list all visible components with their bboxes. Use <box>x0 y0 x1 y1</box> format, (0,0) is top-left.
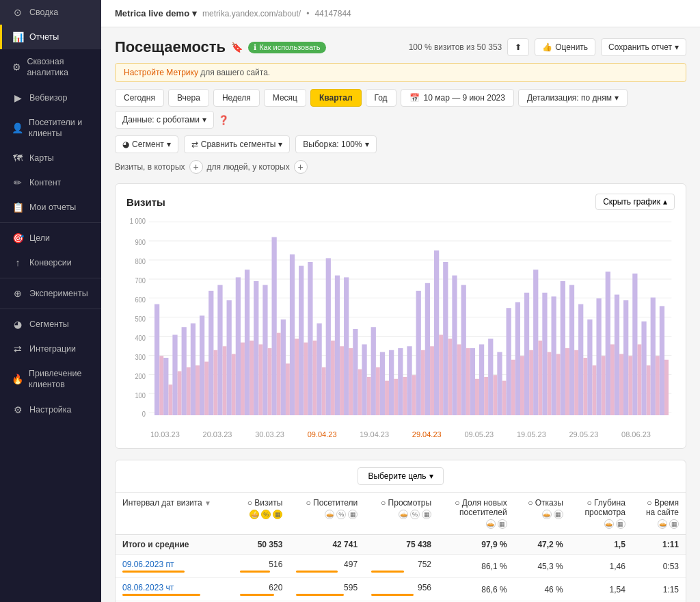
sort-arrow[interactable]: ▼ <box>204 499 211 507</box>
data-select[interactable]: Данные: с роботами ▾ <box>115 111 214 129</box>
chevron-down-icon: ▾ <box>192 8 197 18</box>
topbar: Metrica live demo ▾ metrika.yandex.com/a… <box>101 0 700 27</box>
sidebar-item-moi[interactable]: 📋 Мои отчеты <box>0 195 101 220</box>
myreports-icon: 📋 <box>12 202 24 213</box>
tab-quarter[interactable]: Квартал <box>310 89 362 107</box>
table-row: 08.06.2023 чт 620 595 956 86,6 % 46 % 1,… <box>116 578 686 601</box>
row-time: 0:53 <box>632 555 686 578</box>
sidebar-item-label: Цели <box>29 233 50 243</box>
sidebar-item-privlechenie[interactable]: 🔥 Привлечение клиентов <box>0 361 101 397</box>
sidebar-item-label: Сводка <box>29 8 58 17</box>
tab-today[interactable]: Сегодня <box>115 89 164 107</box>
sidebar-item-karty[interactable]: 🗺 Карты <box>0 146 101 170</box>
detail-select[interactable]: Детализация: по дням ▾ <box>518 89 628 107</box>
col-icon-bar[interactable]: ▦ <box>273 510 282 519</box>
sidebar-item-tseli[interactable]: 🎯 Цели <box>0 226 101 250</box>
info-icon: ℹ <box>254 43 256 52</box>
conversions-icon: ↑ <box>12 257 24 268</box>
row-visitors: 595 <box>289 578 364 601</box>
col-date: Интервал дат визита ▼ <box>116 493 233 535</box>
col-icon-pct[interactable]: % <box>261 510 271 519</box>
data-label: Данные: с роботами <box>122 115 200 125</box>
sidebar-item-label: Интеграции <box>29 344 76 354</box>
total-views: 75 438 <box>364 535 438 555</box>
col-icon-pct2[interactable]: % <box>336 510 346 519</box>
sidebar-item-otchety[interactable]: 📊 Отчеты <box>0 25 101 49</box>
chevron-down-icon: ▾ <box>278 140 282 149</box>
col-icon-bar6[interactable]: ▦ <box>616 519 625 529</box>
tab-month[interactable]: Месяц <box>264 89 306 107</box>
row-date[interactable]: 08.06.2023 чт <box>116 578 233 601</box>
table-row: 09.06.2023 пт 516 497 752 86,1 % 45,3 % … <box>116 555 686 578</box>
row-visitors: 497 <box>289 555 364 578</box>
row-depth: 1,46 <box>570 555 632 578</box>
add-visit-filter-button[interactable]: + <box>189 160 203 174</box>
compare-segments-button[interactable]: ⇄ Сравнить сегменты ▾ <box>184 135 291 153</box>
x-axis-labels: 10.03.23 20.03.23 30.03.23 09.04.23 19.0… <box>126 430 675 439</box>
chart-container: 1 000 900 800 700 600 500 400 300 200 10… <box>126 217 675 429</box>
sidebar-item-label: Отчеты <box>29 32 59 42</box>
sidebar-item-posetiteli[interactable]: 👤 Посетители и клиенты <box>0 110 101 146</box>
col-icon-bar3[interactable]: ▦ <box>422 510 431 519</box>
col-icon-pie2[interactable]: 🥧 <box>325 510 334 519</box>
row-visits: 516 <box>233 555 289 578</box>
sidebar-item-kontent[interactable]: ✏ Контент <box>0 170 101 195</box>
sidebar-item-nastrojka[interactable]: ⚙ Настройка <box>0 397 101 422</box>
help-badge[interactable]: ℹ Как использовать <box>248 42 325 53</box>
rate-button[interactable]: 👍 Оценить <box>535 38 595 56</box>
filter-row: ◕ Сегмент ▾ ⇄ Сравнить сегменты ▾ Выборк… <box>115 135 686 153</box>
segment-button[interactable]: ◕ Сегмент ▾ <box>115 135 178 153</box>
alert-link[interactable]: Настройте Метрику <box>124 68 198 77</box>
fire-icon: 🔥 <box>12 374 23 384</box>
total-time: 1:11 <box>632 535 686 555</box>
sidebar-item-konversii[interactable]: ↑ Конверсии <box>0 250 101 275</box>
home-icon: ⊙ <box>12 7 24 18</box>
site-selector[interactable]: Metrica live demo ▾ <box>115 8 197 18</box>
row-date[interactable]: 09.06.2023 пт <box>116 555 233 578</box>
export-button[interactable]: ⬆ <box>507 38 529 56</box>
save-report-button[interactable]: Сохранить отчет ▾ <box>601 38 686 56</box>
row-bounce: 45,3 % <box>514 555 570 578</box>
page-title: Посещаемость <box>115 38 226 56</box>
sidebar-item-segmenty[interactable]: ◕ Сегменты <box>0 312 101 337</box>
sidebar-item-svodka[interactable]: ⊙ Сводка <box>0 0 101 25</box>
col-icon-bar5[interactable]: ▦ <box>554 510 563 519</box>
col-icon-pie4[interactable]: 🥧 <box>486 519 496 529</box>
sample-button[interactable]: Выборка: 100% ▾ <box>295 135 376 153</box>
col-icon-pie6[interactable]: 🥧 <box>604 519 614 529</box>
hide-chart-button[interactable]: Скрыть график ▴ <box>595 194 675 210</box>
chevron-down-icon: ▾ <box>202 115 206 125</box>
chart-title: Визиты <box>126 196 165 208</box>
sidebar-item-eksperimenty[interactable]: ⊕ Эксперименты <box>0 281 101 306</box>
table-goal-row: Выберите цель ▾ <box>116 460 686 493</box>
tab-week[interactable]: Неделя <box>213 89 260 107</box>
sidebar-item-vebvizor[interactable]: ▶ Вебвизор <box>0 86 101 110</box>
col-icon-bar2[interactable]: ▦ <box>348 510 358 519</box>
chevron-down-icon: ▾ <box>365 140 369 149</box>
date-range-button[interactable]: 📅 10 мар — 9 июн 2023 <box>401 89 514 107</box>
sidebar-item-label: Вебвизор <box>29 93 67 103</box>
main-area: Metrica live demo ▾ metrika.yandex.com/a… <box>101 0 700 602</box>
col-icon-pie3[interactable]: 🥧 <box>399 510 408 519</box>
tab-year[interactable]: Год <box>366 89 396 107</box>
col-icon-pie5[interactable]: 🥧 <box>542 510 552 519</box>
col-icon-bar4[interactable]: ▦ <box>498 519 507 529</box>
col-icon-bar7[interactable]: ▦ <box>669 519 679 529</box>
sidebar-item-label: Посетители и клиенты <box>29 117 92 140</box>
sidebar-item-integracii[interactable]: ⇄ Интеграции <box>0 337 101 361</box>
col-visitors: ○ Посетители 🥧 % ▦ <box>289 493 364 535</box>
col-icon-pie[interactable]: 🥧 <box>250 510 259 519</box>
goal-button[interactable]: Выберите цель ▾ <box>358 467 443 485</box>
row-time: 1:15 <box>632 578 686 601</box>
col-icon-pct3[interactable]: % <box>410 510 420 519</box>
rate-icon: 👍 <box>542 42 552 52</box>
add-people-filter-button[interactable]: + <box>294 160 308 174</box>
row-new-pct: 86,6 % <box>438 578 514 601</box>
compare-icon: ⇄ <box>191 140 198 149</box>
col-time: ○ Времяна сайте 🥧 ▦ <box>632 493 686 535</box>
bookmark-icon[interactable]: 🔖 <box>231 42 243 53</box>
col-icon-pie7[interactable]: 🥧 <box>658 519 667 529</box>
tab-yesterday[interactable]: Вчера <box>168 89 209 107</box>
sidebar-item-svoznaya[interactable]: ⚙ Сквозная аналитика <box>0 49 101 86</box>
segment-icon: ◕ <box>122 140 129 149</box>
